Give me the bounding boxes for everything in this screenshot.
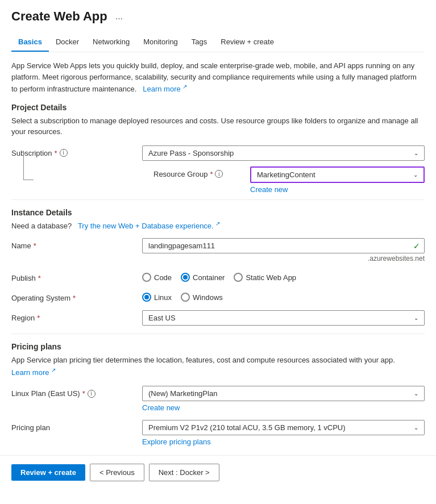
linux-plan-info-icon[interactable]: i — [88, 390, 95, 398]
pricing-plan-control-col: Premium V2 P1v2 (210 total ACU, 3.5 GB m… — [142, 420, 425, 446]
os-label-col: Operating System * — [11, 290, 142, 302]
publish-code-radio[interactable] — [142, 273, 151, 282]
pricing-plan-label: Pricing plan — [11, 423, 50, 432]
publish-label: Publish — [11, 274, 36, 282]
publish-control-col: Code Container Static Web App — [142, 270, 425, 282]
learn-more-link[interactable]: Learn more ↗ — [141, 85, 188, 93]
tab-networking[interactable]: Networking — [86, 33, 136, 52]
pricing-plan-chevron: ⌄ — [414, 424, 418, 431]
tab-review-create[interactable]: Review + create — [214, 33, 281, 52]
linux-plan-label: Linux Plan (East US) — [11, 389, 80, 398]
publish-container-label: Container — [193, 273, 225, 282]
explore-pricing-link[interactable]: Explore pricing plans — [142, 438, 211, 446]
publish-static-radio[interactable] — [234, 273, 243, 282]
create-new-rg-link[interactable]: Create new — [250, 185, 288, 194]
publish-radio-group: Code Container Static Web App — [142, 270, 425, 282]
name-required: * — [34, 241, 36, 250]
publish-row: Publish * Code Container Static Web App — [11, 270, 425, 282]
region-dropdown[interactable]: East US ⌄ — [142, 310, 425, 326]
name-input[interactable] — [142, 238, 425, 253]
os-linux-label: Linux — [154, 293, 172, 302]
linux-plan-dropdown[interactable]: (New) MarketingPlan ⌄ — [142, 386, 425, 401]
os-linux-option[interactable]: Linux — [142, 293, 172, 302]
next-button[interactable]: Next : Docker > — [149, 464, 219, 481]
os-radio-group: Linux Windows — [142, 290, 425, 302]
pricing-plan-row: Pricing plan Premium V2 P1v2 (210 total … — [11, 420, 425, 446]
rg-info-icon[interactable]: i — [215, 170, 223, 178]
linux-plan-control-col: (New) MarketingPlan ⌄ Create new — [142, 386, 425, 412]
linux-plan-row: Linux Plan (East US) * i (New) Marketing… — [11, 386, 425, 412]
os-control-col: Linux Windows — [142, 290, 425, 302]
resource-group-label: Resource Group — [153, 170, 207, 178]
subscription-required: * — [55, 149, 57, 157]
azurewebsites-label: .azurewebsites.net — [142, 255, 425, 263]
name-row: Name * ✓ .azurewebsites.net — [11, 238, 425, 263]
tabs-row: Basics Docker Networking Monitoring Tags… — [11, 33, 425, 52]
pricing-plan-label-col: Pricing plan — [11, 420, 142, 432]
publish-static-option[interactable]: Static Web App — [234, 273, 296, 282]
subscription-info-icon[interactable]: i — [60, 149, 68, 157]
name-check-icon: ✓ — [413, 241, 420, 251]
region-label: Region — [11, 314, 35, 322]
resource-group-dropdown[interactable]: MarketingContent ⌄ — [250, 166, 425, 183]
region-row: Region * East US ⌄ — [11, 310, 425, 326]
section-divider-2 — [11, 334, 425, 334]
region-required: * — [37, 314, 40, 322]
os-windows-option[interactable]: Windows — [181, 293, 223, 302]
footer: Review + create < Previous Next : Docker… — [0, 455, 436, 489]
tab-monitoring[interactable]: Monitoring — [136, 33, 185, 52]
ellipsis-button[interactable]: ... — [112, 10, 126, 23]
os-linux-radio[interactable] — [142, 293, 151, 302]
linux-plan-label-col: Linux Plan (East US) * i — [11, 386, 142, 398]
subscription-chevron: ⌄ — [414, 150, 418, 156]
linux-plan-chevron: ⌄ — [414, 390, 418, 397]
page-container: Create Web App ... Basics Docker Network… — [0, 0, 436, 446]
rg-chevron: ⌄ — [413, 172, 418, 178]
os-label: Operating System — [11, 294, 70, 302]
region-label-col: Region * — [11, 310, 142, 322]
os-row: Operating System * Linux Windows — [11, 290, 425, 302]
tab-basics[interactable]: Basics — [11, 33, 49, 52]
previous-button[interactable]: < Previous — [90, 464, 144, 481]
page-title-row: Create Web App ... — [11, 9, 425, 24]
external-link-icon: ↗ — [182, 84, 187, 90]
project-details-description: Select a subscription to manage deployed… — [11, 115, 425, 138]
project-details-title: Project Details — [11, 103, 425, 112]
create-new-plan-link[interactable]: Create new — [142, 403, 180, 412]
rg-required: * — [210, 170, 213, 178]
pricing-plan-dropdown[interactable]: Premium V2 P1v2 (210 total ACU, 3.5 GB m… — [142, 420, 425, 435]
name-input-wrapper: ✓ — [142, 238, 425, 253]
publish-code-option[interactable]: Code — [142, 273, 172, 282]
subscription-dropdown[interactable]: Azure Pass - Sponsorship ⌄ — [142, 145, 425, 161]
try-new-link[interactable]: Try the new Web + Database experience. ↗ — [76, 222, 221, 230]
publish-container-radio[interactable] — [181, 273, 190, 282]
publish-required: * — [38, 274, 41, 282]
tab-docker[interactable]: Docker — [49, 33, 86, 52]
page-title: Create Web App — [11, 9, 107, 24]
region-control-col: East US ⌄ — [142, 310, 425, 326]
linux-plan-required: * — [82, 389, 85, 398]
tab-tags[interactable]: Tags — [185, 33, 214, 52]
os-windows-label: Windows — [193, 293, 223, 302]
name-label-col: Name * — [11, 238, 142, 250]
publish-code-label: Code — [154, 273, 172, 282]
instance-details-title: Instance Details — [11, 208, 425, 217]
review-create-button[interactable]: Review + create — [11, 464, 85, 481]
app-description: App Service Web Apps lets you quickly bu… — [11, 60, 425, 95]
try-new-external-icon: ↗ — [215, 220, 220, 227]
section-divider-1 — [11, 199, 425, 200]
os-required: * — [73, 294, 76, 302]
os-windows-radio[interactable] — [181, 293, 190, 302]
name-label: Name — [11, 241, 31, 250]
publish-container-option[interactable]: Container — [181, 273, 225, 282]
pricing-learn-more-icon: ↗ — [51, 367, 56, 373]
publish-static-label: Static Web App — [246, 273, 296, 282]
publish-label-col: Publish * — [11, 270, 142, 282]
instance-db-text: Need a database? Try the new Web + Datab… — [11, 220, 425, 230]
pricing-title: Pricing plans — [11, 342, 425, 351]
pricing-description: App Service plan pricing tier determines… — [11, 355, 425, 378]
region-chevron: ⌄ — [414, 315, 418, 321]
pricing-learn-more-link[interactable]: Learn more ↗ — [11, 368, 56, 377]
name-control-col: ✓ .azurewebsites.net — [142, 238, 425, 263]
pricing-section: Pricing plans App Service plan pricing t… — [11, 342, 425, 446]
